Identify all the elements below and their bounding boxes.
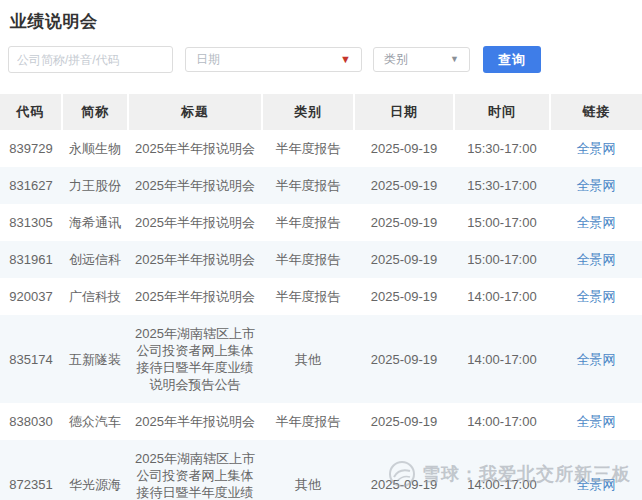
link-全景网[interactable]: 全景网 <box>577 141 616 156</box>
table-body: 839729永顺生物2025年半年报说明会半年度报告2025-09-1915:3… <box>0 130 642 500</box>
table-row: 831627力王股份2025年半年报说明会半年度报告2025-09-1915:3… <box>0 167 642 204</box>
cell-title: 2025年半年报说明会 <box>128 204 262 241</box>
link-全景网[interactable]: 全景网 <box>577 215 616 230</box>
cell-name: 五新隧装 <box>62 315 128 403</box>
cell-name: 海希通讯 <box>62 204 128 241</box>
date-select-label: 日期 <box>196 51 220 68</box>
search-input[interactable] <box>8 46 173 73</box>
cell-title: 2025年半年报说明会 <box>128 278 262 315</box>
cell-name: 力王股份 <box>62 167 128 204</box>
cell-link: 全景网 <box>550 278 642 315</box>
table-header: 代码简称标题类别日期时间链接 <box>0 94 642 130</box>
cell-code: 831961 <box>0 241 62 278</box>
cell-date: 2025-09-19 <box>354 241 454 278</box>
cell-link: 全景网 <box>550 241 642 278</box>
column-header: 时间 <box>454 94 550 130</box>
cell-code: 920037 <box>0 278 62 315</box>
cell-name: 德众汽车 <box>62 403 128 440</box>
cell-title: 2025年半年报说明会 <box>128 130 262 167</box>
cell-time: 14:00-17:00 <box>454 403 550 440</box>
cell-title: 2025年半年报说明会 <box>128 403 262 440</box>
date-select[interactable]: 日期 ▼ <box>185 47 362 72</box>
cell-title: 2025年半年报说明会 <box>128 167 262 204</box>
cell-link: 全景网 <box>550 440 642 500</box>
cell-category: 半年度报告 <box>262 403 354 440</box>
cell-time: 14:00-17:00 <box>454 440 550 500</box>
table-row: 839729永顺生物2025年半年报说明会半年度报告2025-09-1915:3… <box>0 130 642 167</box>
cell-name: 华光源海 <box>62 440 128 500</box>
cell-title: 2025年半年报说明会 <box>128 241 262 278</box>
column-header: 类别 <box>262 94 354 130</box>
query-button[interactable]: 查询 <box>483 46 541 73</box>
table-row: 920037广信科技2025年半年报说明会半年度报告2025-09-1914:0… <box>0 278 642 315</box>
page-title: 业绩说明会 <box>0 0 642 33</box>
cell-time: 15:30-17:00 <box>454 167 550 204</box>
cell-link: 全景网 <box>550 130 642 167</box>
cell-code: 839729 <box>0 130 62 167</box>
link-全景网[interactable]: 全景网 <box>577 289 616 304</box>
cell-date: 2025-09-19 <box>354 403 454 440</box>
cell-category: 半年度报告 <box>262 241 354 278</box>
column-header: 日期 <box>354 94 454 130</box>
cell-time: 15:00-17:00 <box>454 241 550 278</box>
category-select[interactable]: 类别 ▼ <box>373 47 470 72</box>
chevron-down-icon: ▼ <box>450 55 459 64</box>
column-header: 简称 <box>62 94 128 130</box>
link-全景网[interactable]: 全景网 <box>577 477 616 492</box>
cell-date: 2025-09-19 <box>354 278 454 315</box>
cell-code: 835174 <box>0 315 62 403</box>
cell-name: 永顺生物 <box>62 130 128 167</box>
cell-category: 半年度报告 <box>262 167 354 204</box>
cell-date: 2025-09-19 <box>354 315 454 403</box>
cell-category: 半年度报告 <box>262 278 354 315</box>
cell-code: 831305 <box>0 204 62 241</box>
column-header: 标题 <box>128 94 262 130</box>
table-row: 831961创远信科2025年半年报说明会半年度报告2025-09-1915:0… <box>0 241 642 278</box>
cell-category: 半年度报告 <box>262 204 354 241</box>
cell-link: 全景网 <box>550 315 642 403</box>
link-全景网[interactable]: 全景网 <box>577 414 616 429</box>
table-row: 835174五新隧装2025年湖南辖区上市公司投资者网上集体接待日暨半年度业绩说… <box>0 315 642 403</box>
cell-time: 14:00-17:00 <box>454 278 550 315</box>
table-row: 872351华光源海2025年湖南辖区上市公司投资者网上集体接待日暨半年度业绩说… <box>0 440 642 500</box>
cell-time: 15:30-17:00 <box>454 130 550 167</box>
cell-link: 全景网 <box>550 403 642 440</box>
briefing-table: 代码简称标题类别日期时间链接 839729永顺生物2025年半年报说明会半年度报… <box>0 94 642 500</box>
cell-name: 创远信科 <box>62 241 128 278</box>
cell-date: 2025-09-19 <box>354 130 454 167</box>
cell-link: 全景网 <box>550 167 642 204</box>
cell-code: 831627 <box>0 167 62 204</box>
column-header: 链接 <box>550 94 642 130</box>
cell-time: 15:00-17:00 <box>454 204 550 241</box>
cell-date: 2025-09-19 <box>354 440 454 500</box>
cell-time: 14:00-17:00 <box>454 315 550 403</box>
cell-link: 全景网 <box>550 204 642 241</box>
cell-code: 872351 <box>0 440 62 500</box>
cell-code: 838030 <box>0 403 62 440</box>
cell-date: 2025-09-19 <box>354 204 454 241</box>
link-全景网[interactable]: 全景网 <box>577 178 616 193</box>
table-row: 838030德众汽车2025年半年报说明会半年度报告2025-09-1914:0… <box>0 403 642 440</box>
table-header-row: 代码简称标题类别日期时间链接 <box>0 94 642 130</box>
table-row: 831305海希通讯2025年半年报说明会半年度报告2025-09-1915:0… <box>0 204 642 241</box>
category-select-label: 类别 <box>384 51 408 68</box>
cell-title: 2025年湖南辖区上市公司投资者网上集体接待日暨半年度业绩说明会预告公告 <box>128 315 262 403</box>
link-全景网[interactable]: 全景网 <box>577 252 616 267</box>
filter-bar: 日期 ▼ 类别 ▼ 查询 <box>8 46 642 73</box>
chevron-down-icon: ▼ <box>340 54 351 65</box>
cell-name: 广信科技 <box>62 278 128 315</box>
cell-category: 其他 <box>262 315 354 403</box>
column-header: 代码 <box>0 94 62 130</box>
cell-category: 其他 <box>262 440 354 500</box>
cell-title: 2025年湖南辖区上市公司投资者网上集体接待日暨半年度业绩说明会 <box>128 440 262 500</box>
link-全景网[interactable]: 全景网 <box>577 352 616 367</box>
cell-date: 2025-09-19 <box>354 167 454 204</box>
cell-category: 半年度报告 <box>262 130 354 167</box>
